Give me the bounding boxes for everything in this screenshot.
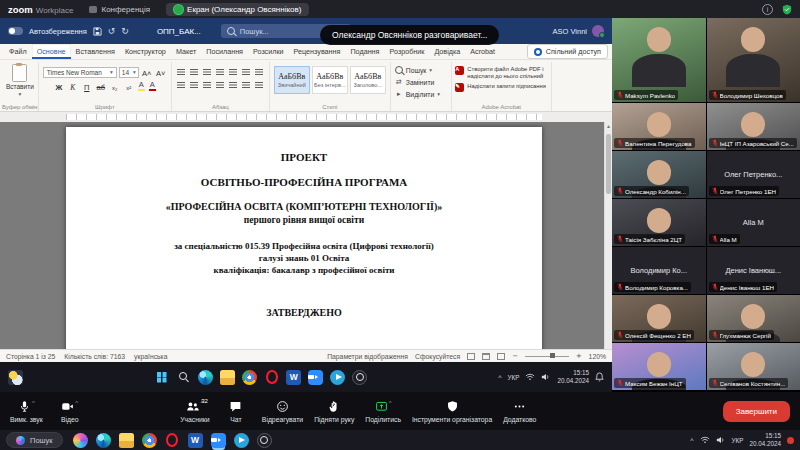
- paragraph-tool-icon[interactable]: [228, 79, 239, 90]
- participant-tile[interactable]: Maksym Pavlenko: [612, 18, 706, 102]
- participant-tile[interactable]: Таісія Забєліна 2ЦТ: [612, 199, 706, 246]
- opera-icon[interactable]: [165, 433, 180, 448]
- font-size-select[interactable]: 14 ▾: [119, 67, 139, 78]
- video-button[interactable]: ^ Відео: [55, 400, 85, 423]
- paragraph-tool-icon[interactable]: [254, 79, 265, 90]
- paragraph-tool-icon[interactable]: [228, 66, 239, 77]
- signature-request-button[interactable]: ✎ Надіслати запити підписання: [455, 83, 547, 92]
- participant-tile[interactable]: Максим Бежан ІнЦТ: [612, 343, 706, 390]
- folder-icon[interactable]: [220, 370, 235, 385]
- font-style-button[interactable]: К: [67, 80, 79, 92]
- edge-icon[interactable]: [96, 433, 111, 448]
- ribbon-tab[interactable]: Посилання: [201, 44, 248, 59]
- share-document-button[interactable]: Спільний доступ: [527, 44, 608, 59]
- chrome-icon[interactable]: [142, 433, 157, 448]
- notification-bell-icon[interactable]: [595, 372, 604, 382]
- participant-tile[interactable]: Alla MAlla M: [707, 199, 800, 246]
- participant-tile[interactable]: Селіванов Костянтин...: [707, 343, 800, 390]
- shared-clock[interactable]: 15:15 20.04.2024: [557, 369, 589, 384]
- focus-button[interactable]: Сфокусуйтеся: [415, 353, 460, 360]
- ribbon-tab[interactable]: Основне: [32, 44, 71, 59]
- web-layout-icon[interactable]: [497, 353, 505, 360]
- shrink-font-button[interactable]: А˅: [155, 66, 167, 78]
- ribbon-tab[interactable]: Розсилки: [248, 44, 289, 59]
- replace-button[interactable]: ⇄ Замінити: [395, 76, 447, 88]
- language-indicator[interactable]: українська: [134, 353, 167, 360]
- style-card-normal[interactable]: АаБбВв Звичайний: [274, 66, 310, 94]
- participant-tile[interactable]: Глухманюк Сергій: [707, 295, 800, 342]
- notification-badge[interactable]: [787, 437, 794, 444]
- scroll-up-arrow[interactable]: ▲: [605, 123, 612, 129]
- word-count[interactable]: Кількість слів: 7163: [64, 353, 125, 360]
- host-tools-button[interactable]: Інструменти організатора: [412, 400, 492, 423]
- zoom-slider[interactable]: [525, 356, 569, 357]
- word-icon[interactable]: [188, 433, 203, 448]
- copilot-icon[interactable]: [73, 433, 88, 448]
- tab-conference[interactable]: Конференція: [81, 3, 158, 16]
- paragraph-tool-icon[interactable]: [241, 66, 252, 77]
- ribbon-tab[interactable]: Вставлення: [71, 44, 120, 59]
- zoom-icon[interactable]: [308, 370, 323, 385]
- zoom-level[interactable]: 120%: [589, 353, 606, 360]
- font-style-button[interactable]: П: [81, 80, 93, 92]
- start-icon[interactable]: [154, 370, 169, 385]
- edge-icon[interactable]: [198, 370, 213, 385]
- paste-button[interactable]: Вставити ▾: [6, 64, 34, 97]
- wifi-icon[interactable]: [700, 436, 710, 444]
- participant-tile[interactable]: Валентина Перегудова: [612, 103, 706, 150]
- create-pdf-button[interactable]: A Створити файл Adobe PDF і надіслати до…: [455, 66, 547, 81]
- chevron-up-icon[interactable]: ^: [690, 437, 693, 444]
- info-icon[interactable]: [762, 4, 773, 15]
- ribbon-tab[interactable]: Подання: [345, 44, 384, 59]
- participant-tile[interactable]: Володимир Шеховцов: [707, 18, 800, 102]
- print-layout-icon[interactable]: [482, 353, 490, 360]
- ribbon-tab[interactable]: Макет: [171, 44, 201, 59]
- volume-icon[interactable]: [716, 436, 726, 444]
- document-page[interactable]: ПРОЕКТ ОСВІТНЬО-ПРОФЕСІЙНА ПРОГРАМА «ПРО…: [66, 127, 542, 349]
- paragraph-tool-icon[interactable]: [202, 66, 213, 77]
- grow-font-button[interactable]: А˄: [141, 66, 153, 78]
- participant-tile[interactable]: Денис Іванюш...Денис Іванюш 1ЕН: [707, 247, 800, 294]
- select-button[interactable]: ▸ Виділити ▾: [395, 88, 447, 100]
- language-switcher[interactable]: УКР: [732, 437, 744, 444]
- opera-icon[interactable]: [264, 370, 279, 385]
- redo-icon[interactable]: ↻: [121, 26, 129, 36]
- participant-tile[interactable]: Олексій Фещенко 2 ЕН: [612, 295, 706, 342]
- more-button[interactable]: Додатково: [503, 400, 536, 423]
- ribbon-tab[interactable]: Acrobat: [465, 44, 500, 59]
- save-icon[interactable]: [93, 27, 102, 36]
- react-button[interactable]: Відреагувати: [262, 400, 303, 423]
- paragraph-tool-icon[interactable]: [189, 79, 200, 90]
- share-screen-button[interactable]: ^ Поділитись: [365, 400, 401, 423]
- vertical-scrollbar[interactable]: ▲: [604, 122, 612, 349]
- chevron-up-icon[interactable]: ^: [32, 400, 35, 406]
- ribbon-tab[interactable]: Рецензування: [289, 44, 346, 59]
- font-style-button[interactable]: Ж: [53, 80, 65, 92]
- autosave-toggle[interactable]: [8, 27, 23, 35]
- paragraph-tool-icon[interactable]: [241, 79, 252, 90]
- font-color-button[interactable]: А: [148, 80, 157, 92]
- end-meeting-button[interactable]: Завершити: [723, 401, 790, 422]
- tab-screen-share[interactable]: Екран (Олександр Овсянніков): [166, 3, 309, 16]
- word-icon[interactable]: [286, 370, 301, 385]
- chevron-up-icon[interactable]: ^: [498, 374, 501, 381]
- style-card-heading[interactable]: АаБбВв Заголово...: [350, 66, 386, 94]
- chevron-up-icon[interactable]: ^: [75, 400, 78, 406]
- paragraph-tool-icon[interactable]: [189, 66, 200, 77]
- paragraph-tool-icon[interactable]: [202, 79, 213, 90]
- participant-tile[interactable]: Володимир Ко...Володимир Коровка...: [612, 247, 706, 294]
- ribbon-tab[interactable]: Довідка: [429, 44, 465, 59]
- security-shield-icon[interactable]: [782, 4, 792, 15]
- undo-icon[interactable]: ↺: [108, 26, 116, 36]
- page-indicator[interactable]: Сторінка 1 із 25: [6, 353, 55, 360]
- zoom-in-button[interactable]: +: [576, 352, 582, 360]
- language-switcher[interactable]: УКР: [508, 374, 520, 381]
- paragraph-tool-icon[interactable]: [176, 66, 187, 77]
- display-options-button[interactable]: Параметри відображення: [327, 353, 408, 360]
- obs-icon[interactable]: [352, 370, 367, 385]
- participant-tile[interactable]: Олександр Кобилін...: [612, 151, 706, 198]
- account-area[interactable]: ASO Vinni: [553, 25, 604, 37]
- find-button[interactable]: Пошук ▾: [395, 64, 447, 76]
- chrome-icon[interactable]: [242, 370, 257, 385]
- read-mode-icon[interactable]: [467, 353, 475, 360]
